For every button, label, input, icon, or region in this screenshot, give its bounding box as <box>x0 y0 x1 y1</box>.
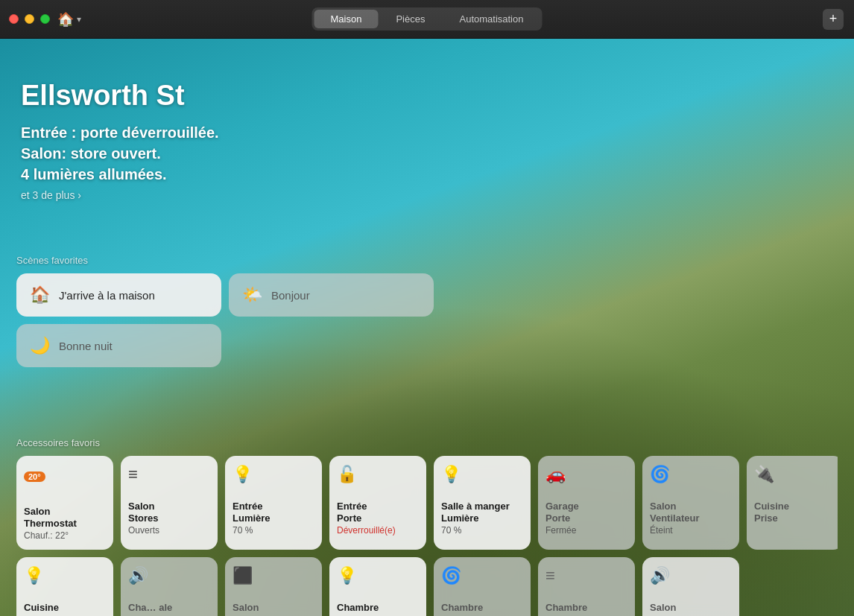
plug-icon: 🔌 <box>754 465 836 487</box>
accessories-row-2: 💡 CuisineLumière 🔊 Cha… aleHomePod ⬛ Sal… <box>16 557 838 616</box>
smoke-icon: ⬛ <box>233 566 314 588</box>
cuisine-lumiere-name: CuisineLumière <box>24 602 106 616</box>
scene-arrive[interactable]: 🏠 J'arrive à la maison <box>16 273 221 317</box>
salon-thermostat-status: Chauf.: 22° <box>24 530 106 541</box>
entree-lumiere-status: 70 % <box>233 525 314 536</box>
salon-homepod-name: SalonHomePod <box>650 602 732 616</box>
homepod-white-icon: 🔊 <box>650 566 732 588</box>
bulb-icon: 💡 <box>233 465 314 487</box>
minimize-button[interactable] <box>25 14 34 24</box>
salon-thermostat-name: SalonThermostat <box>24 506 106 529</box>
bulb-icon-3: 💡 <box>24 566 106 588</box>
main-content: Ellsworth St Entrée : porte déverrouillé… <box>0 39 854 616</box>
fan-icon: 🌀 <box>650 465 732 487</box>
scene-bonjour-label: Bonjour <box>271 289 310 302</box>
accessory-salon-thermostat[interactable]: 20° SalonThermostat Chauf.: 22° <box>16 456 113 550</box>
bulb-icon-4: 💡 <box>337 566 419 588</box>
scene-bonne-nuit-icon: 🌙 <box>30 336 50 355</box>
salle-lumiere-name: Salle à mangerLumière <box>441 501 523 524</box>
tab-pieces[interactable]: Pièces <box>379 10 441 28</box>
accessory-salon-homepod[interactable]: 🔊 SalonHomePod <box>642 557 739 616</box>
entree-lumiere-name: EntréeLumière <box>233 501 314 524</box>
tab-automatisation[interactable]: Automatisation <box>443 10 540 28</box>
garage-porte-name: GaragePorte <box>545 501 627 524</box>
accessory-salon-ventilateur[interactable]: 🌀 SalonVentilateur Éteint <box>642 456 739 550</box>
scene-bonne-nuit-label: Bonne nuit <box>59 340 113 352</box>
more-link[interactable]: et 3 de plus › <box>21 189 219 201</box>
home-status: Ellsworth St Entrée : porte déverrouillé… <box>21 80 219 201</box>
salon-stores-status: Ouverts <box>128 525 210 536</box>
entree-porte-name: EntréePorte <box>337 501 419 524</box>
scene-arrive-label: J'arrive à la maison <box>59 289 155 302</box>
lock-open-icon: 🔓 <box>337 465 419 487</box>
home-menu-button[interactable]: 🏠 ▾ <box>57 11 81 28</box>
scene-bonne-nuit[interactable]: 🌙 Bonne nuit <box>16 324 221 367</box>
cha-homepod-name: Cha… aleHomePod <box>128 602 210 616</box>
accessory-cha-homepod[interactable]: 🔊 Cha… aleHomePod <box>121 557 218 616</box>
titlebar: 🏠 ▾ Maison Pièces Automatisation + <box>0 0 854 39</box>
accessory-entree-lumiere[interactable]: 💡 EntréeLumière 70 % <box>225 456 322 550</box>
salon-ventilateur-name: SalonVentilateur <box>650 501 732 524</box>
salon-ventilateur-status: Éteint <box>650 525 732 536</box>
accessory-cuisine-lumiere[interactable]: 💡 CuisineLumière <box>16 557 113 616</box>
home-status-line-2: Salon: store ouvert. <box>21 143 219 164</box>
accessories-row-1: 20° SalonThermostat Chauf.: 22° ≡ SalonS… <box>16 456 838 550</box>
traffic-lights <box>9 14 50 24</box>
close-button[interactable] <box>9 14 19 24</box>
stores-icon-2: ≡ <box>545 566 627 588</box>
scene-bonjour[interactable]: 🌤️ Bonjour <box>229 273 434 317</box>
accessory-salon-stores[interactable]: ≡ SalonStores Ouverts <box>121 456 218 550</box>
entree-porte-status: Déverrouillé(e) <box>337 525 419 536</box>
scene-arrive-icon: 🏠 <box>30 285 50 305</box>
accessories-section: Accessoires favoris 20° SalonThermostat … <box>16 437 838 616</box>
cuisine-prise-name: CuisinePrise <box>754 501 836 524</box>
tab-maison[interactable]: Maison <box>314 10 379 28</box>
accessory-cuisine-prise[interactable]: 🔌 CuisinePrise <box>747 456 838 550</box>
fan-icon-2: 🌀 <box>441 566 523 588</box>
accessories-section-label: Accessoires favoris <box>16 437 838 448</box>
home-status-line-1: Entrée : porte déverrouillée. <box>21 122 219 143</box>
scenes-grid: 🏠 J'arrive à la maison 🌤️ Bonjour 🌙 Bonn… <box>16 273 434 367</box>
fullscreen-button[interactable] <box>40 14 50 24</box>
salon-stores-name: SalonStores <box>128 501 210 524</box>
add-button[interactable]: + <box>823 9 844 30</box>
accessory-chambre-lumiere[interactable]: 💡 ChambreLumière <box>329 557 426 616</box>
scenes-section-label: Scènes favorites <box>16 255 434 266</box>
tab-bar: Maison Pièces Automatisation <box>312 7 543 31</box>
accessory-chambre-stores[interactable]: ≡ ChambreStores <box>538 557 635 616</box>
chambre-lumiere-name: ChambreLumière <box>337 602 419 616</box>
homepod-gray-icon: 🔊 <box>128 566 210 588</box>
garage-porte-status: Fermée <box>545 525 627 536</box>
salle-lumiere-status: 70 % <box>441 525 523 536</box>
accessory-garage-porte[interactable]: 🚗 GaragePorte Fermée <box>538 456 635 550</box>
scene-bonjour-icon: 🌤️ <box>242 285 262 305</box>
chambre-ventilateur-name: ChambreVentilateur <box>441 602 523 616</box>
accessory-salon-fumee[interactable]: ⬛ SalonDét... de fumée <box>225 557 322 616</box>
thermostat-icon: 20° <box>24 465 106 492</box>
garage-icon: 🚗 <box>545 465 627 487</box>
stores-icon: ≡ <box>128 465 210 487</box>
accessory-salle-lumiere[interactable]: 💡 Salle à mangerLumière 70 % <box>434 456 531 550</box>
bulb-icon-2: 💡 <box>441 465 523 487</box>
accessory-entree-porte[interactable]: 🔓 EntréePorte Déverrouillé(e) <box>329 456 426 550</box>
accessory-chambre-ventilateur[interactable]: 🌀 ChambreVentilateur <box>434 557 531 616</box>
chambre-stores-name: ChambreStores <box>545 602 627 616</box>
scenes-section: Scènes favorites 🏠 J'arrive à la maison … <box>16 255 434 367</box>
home-status-line-3: 4 lumières allumées. <box>21 164 219 185</box>
home-title: Ellsworth St <box>21 80 219 112</box>
salon-fumee-name: SalonDét... de fumée <box>233 602 314 616</box>
